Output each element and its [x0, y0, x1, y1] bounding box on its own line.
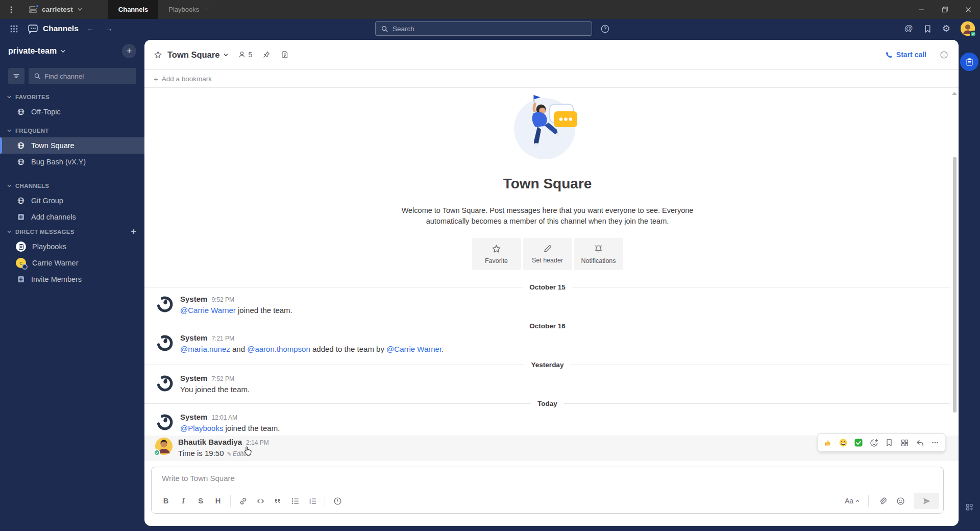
- sidebar-item-git-group[interactable]: Git Group: [0, 192, 144, 209]
- heading-button[interactable]: H: [210, 493, 226, 509]
- search-box[interactable]: [375, 21, 592, 36]
- system-message: System9:52 PM @Carrie Warner joined the …: [155, 295, 292, 316]
- toolbar-divider: [230, 495, 231, 506]
- emoji-picker-button[interactable]: [892, 493, 909, 509]
- quick-reaction-check-button[interactable]: [851, 436, 866, 450]
- product-switcher-button[interactable]: [5, 25, 22, 33]
- sidebar-item-add-channels[interactable]: Add channels: [0, 209, 144, 225]
- link-button[interactable]: [235, 493, 251, 509]
- channel-files-button[interactable]: [281, 51, 289, 59]
- tab-playbooks[interactable]: Playbooks: [158, 0, 220, 19]
- mattermost-window: carrietest Channels Playbooks Channels ←…: [0, 0, 980, 531]
- numbered-list-button[interactable]: [304, 493, 321, 509]
- user-mention-link[interactable]: @Carrie Warner: [180, 306, 236, 315]
- favorite-channel-button[interactable]: [154, 51, 162, 59]
- pinned-posts-button[interactable]: [262, 51, 271, 59]
- save-message-button[interactable]: [882, 436, 896, 450]
- user-mention-link[interactable]: @aaron.thompson: [247, 345, 310, 353]
- server-icon: [29, 6, 38, 14]
- notification-dot: [35, 4, 39, 8]
- bulleted-list-button[interactable]: [287, 493, 303, 509]
- user-avatar[interactable]: [961, 21, 975, 36]
- sidebar-item-bug-bash[interactable]: Bug Bash (vX.Y): [0, 154, 144, 170]
- saved-posts-button[interactable]: [923, 25, 932, 33]
- channel-info-button[interactable]: [940, 51, 948, 59]
- reply-button[interactable]: [913, 436, 927, 450]
- channel-intro: Town Square Welcome to Town Square. Post…: [144, 88, 950, 270]
- sidebar-item-town-square[interactable]: Town Square: [0, 137, 144, 154]
- quick-reaction-thumbs-up-button[interactable]: [821, 436, 835, 450]
- app-marketplace-button[interactable]: [959, 503, 980, 512]
- forward-button[interactable]: →: [105, 25, 113, 33]
- send-message-button[interactable]: [914, 493, 939, 509]
- channel-title-menu[interactable]: Town Square: [167, 50, 229, 60]
- channel-members-button[interactable]: 5: [238, 51, 252, 59]
- code-button[interactable]: [252, 493, 268, 509]
- bold-button[interactable]: B: [158, 493, 174, 509]
- minimize-button[interactable]: [910, 0, 933, 19]
- notifications-button[interactable]: Notifications: [574, 238, 623, 270]
- scrollbar-up-arrow[interactable]: [952, 92, 957, 95]
- search-input[interactable]: [393, 25, 586, 33]
- section-header-direct-messages[interactable]: DIRECT MESSAGES +: [0, 225, 144, 238]
- strikethrough-button[interactable]: S: [192, 493, 209, 509]
- close-button[interactable]: [957, 0, 980, 19]
- add-direct-message-button[interactable]: +: [131, 227, 136, 237]
- message-actions-button[interactable]: [897, 436, 912, 450]
- globe-icon: [17, 197, 25, 205]
- close-tab-icon[interactable]: [204, 7, 210, 12]
- sidebar-item-invite-members[interactable]: Invite Members: [0, 271, 144, 287]
- chevron-down-icon: [223, 52, 229, 58]
- message-list: Town Square Welcome to Town Square. Post…: [144, 88, 959, 467]
- user-mention-link[interactable]: @maria.nunez: [180, 345, 230, 353]
- mentions-button[interactable]: @: [904, 23, 913, 34]
- favorite-button[interactable]: Favorite: [472, 238, 521, 270]
- server-selector[interactable]: carrietest: [22, 0, 94, 19]
- sidebar-item-playbooks[interactable]: Playbooks: [0, 238, 144, 255]
- help-button[interactable]: [600, 24, 610, 36]
- sidebar-item-off-topic[interactable]: Off-Topic: [0, 104, 144, 120]
- app-menu-button[interactable]: [0, 0, 22, 19]
- find-channel-input[interactable]: [44, 73, 131, 80]
- add-reaction-button[interactable]: [867, 436, 881, 450]
- italic-button[interactable]: I: [175, 493, 191, 509]
- quote-button[interactable]: [270, 493, 286, 509]
- tab-channels[interactable]: Channels: [108, 0, 159, 19]
- message-author[interactable]: Bhautik Bavadiya: [178, 438, 242, 446]
- back-button[interactable]: ←: [87, 25, 95, 33]
- sidebar-item-carrie-warner[interactable]: c Carrie Warner: [0, 255, 144, 271]
- hovered-message-row[interactable]: Bhautik Bavadiya2:14 PM Time is 19:50✎Ed…: [144, 436, 959, 461]
- product-title[interactable]: Channels: [28, 23, 79, 34]
- header-right-controls: @ ⚙: [904, 19, 975, 38]
- add-bookmark-bar[interactable]: + Add a bookmark: [144, 70, 959, 88]
- window-controls: [910, 0, 980, 19]
- channel-intro-illustration: [507, 92, 589, 162]
- user-mention-link[interactable]: @Playbooks: [180, 424, 223, 432]
- message-priority-button[interactable]: [329, 493, 346, 509]
- channel-filter-button[interactable]: [8, 68, 24, 84]
- start-call-button[interactable]: Start call: [885, 51, 926, 59]
- more-actions-button[interactable]: [928, 436, 942, 450]
- message-input[interactable]: [162, 474, 933, 482]
- quick-reaction-grinning-button[interactable]: [836, 436, 850, 450]
- add-channel-button[interactable]: +: [122, 44, 136, 58]
- scrollbar-thumb[interactable]: [953, 157, 957, 413]
- section-header-favorites[interactable]: FAVORITES: [0, 90, 144, 104]
- set-header-button[interactable]: Set header: [523, 238, 572, 270]
- restore-button[interactable]: [933, 0, 957, 19]
- settings-button[interactable]: ⚙: [942, 24, 950, 33]
- attach-file-button[interactable]: [874, 493, 890, 509]
- message-composer[interactable]: B I S H Aa: [151, 467, 944, 514]
- team-menu-button[interactable]: private-team: [8, 46, 66, 56]
- user-mention-link[interactable]: @Carrie Warner: [386, 345, 442, 353]
- search-icon: [34, 73, 41, 80]
- section-header-channels[interactable]: CHANNELS: [0, 179, 144, 192]
- close-icon: [964, 6, 972, 14]
- app-bar: [959, 38, 980, 531]
- section-header-frequent[interactable]: FREQUENT: [0, 124, 144, 137]
- playbooks-app-button[interactable]: [960, 53, 978, 71]
- plus-icon: +: [154, 75, 158, 83]
- smiley-icon: [896, 497, 905, 505]
- hide-formatting-button[interactable]: Aa: [842, 493, 863, 509]
- find-channel-box[interactable]: [29, 68, 136, 84]
